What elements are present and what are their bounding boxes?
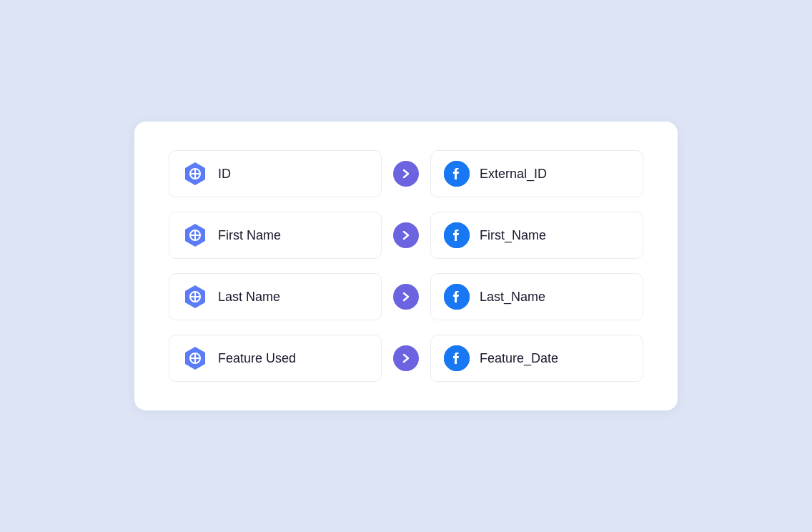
dest-field-box: First_Name	[430, 212, 643, 259]
mapping-row: Feature Used Feature_Date	[169, 335, 643, 382]
source-hex-icon	[182, 345, 208, 371]
mapping-card: ID External_ID First Name	[134, 122, 678, 410]
source-hex-icon	[182, 222, 208, 248]
dest-field-label: First_Name	[480, 228, 546, 243]
mapping-row: First Name First_Name	[169, 212, 643, 259]
mapping-row: Last Name Last_Name	[169, 273, 643, 320]
source-field-box: First Name	[169, 212, 382, 259]
dest-field-box: External_ID	[430, 150, 643, 197]
arrow-connector-icon	[393, 222, 419, 248]
dest-field-label: Feature_Date	[480, 351, 558, 366]
source-field-label: Feature Used	[218, 351, 296, 366]
source-hex-icon	[182, 161, 208, 187]
dest-field-box: Feature_Date	[430, 335, 643, 382]
dest-field-box: Last_Name	[430, 273, 643, 320]
facebook-icon	[444, 345, 470, 371]
facebook-icon	[444, 222, 470, 248]
source-field-label: First Name	[218, 228, 281, 243]
mapping-grid: ID External_ID First Name	[169, 150, 643, 382]
source-field-box: Feature Used	[169, 335, 382, 382]
source-hex-icon	[182, 284, 208, 310]
facebook-icon	[444, 284, 470, 310]
mapping-row: ID External_ID	[169, 150, 643, 197]
source-field-box: Last Name	[169, 273, 382, 320]
dest-field-label: Last_Name	[480, 290, 545, 305]
source-field-label: ID	[218, 167, 231, 182]
facebook-icon	[444, 161, 470, 187]
arrow-connector-icon	[393, 161, 419, 187]
arrow-connector-icon	[393, 284, 419, 310]
source-field-label: Last Name	[218, 290, 280, 305]
dest-field-label: External_ID	[480, 167, 547, 182]
source-field-box: ID	[169, 150, 382, 197]
arrow-connector-icon	[393, 345, 419, 371]
